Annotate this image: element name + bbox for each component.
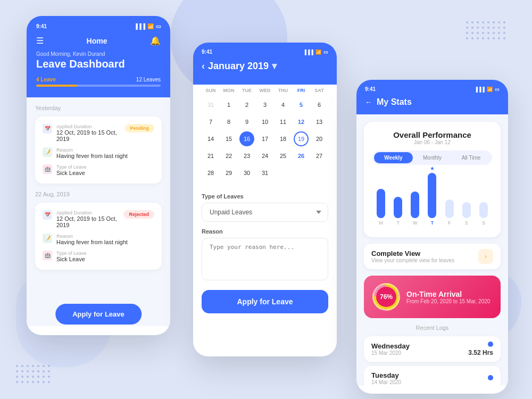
cal-cell-26[interactable]: 26 bbox=[294, 148, 309, 163]
day-header-mon: MON bbox=[220, 85, 238, 96]
cal-cell-7[interactable]: 7 bbox=[203, 114, 218, 129]
calendar-day-headers: SUN MON TUE WED THU FRI SAT bbox=[197, 85, 332, 96]
notification-icon[interactable]: 🔔 bbox=[150, 36, 161, 46]
day-header-wed: WED bbox=[256, 85, 274, 96]
phone1-greeting: Good Morning, Kevin Durand bbox=[36, 51, 161, 57]
phone1-leave-bar: 4 Leave 12 Leaves bbox=[36, 77, 161, 82]
phone3-nav: ← My Stats bbox=[365, 97, 500, 107]
cal-cell-1[interactable]: 1 bbox=[221, 97, 236, 112]
phone1-status-bar: 9:41 ▐▐▐ 📶 ▭ bbox=[36, 23, 161, 29]
cal-cell-empty3 bbox=[312, 165, 327, 180]
cal-cell-empty2 bbox=[294, 165, 309, 180]
cal-cell-empty1 bbox=[276, 165, 290, 180]
phone1-leave-dashboard: 9:41 ▐▐▐ 📶 ▭ ☰ Home 🔔 Good Morning, Kevi… bbox=[27, 16, 170, 335]
arrival-subtitle: From Feb 20, 2020 to 15 Mar, 2020 bbox=[406, 298, 490, 304]
apply-leave-button-1[interactable]: Apply for Leave bbox=[55, 304, 142, 325]
performance-chart: M T W T bbox=[372, 172, 492, 226]
cal-cell-25[interactable]: 25 bbox=[276, 148, 290, 163]
wifi-icon: 📶 bbox=[147, 23, 154, 29]
cal-week-4: 21 22 23 24 25 26 27 bbox=[197, 147, 332, 164]
cal-cell-12[interactable]: 12 bbox=[294, 114, 309, 129]
leave-progress-fill bbox=[36, 85, 77, 87]
month-dropdown-icon[interactable]: ▾ bbox=[272, 60, 277, 72]
cal-week-1: 31 1 2 3 4 5 6 bbox=[197, 96, 332, 113]
cal-cell-30[interactable]: 30 bbox=[239, 165, 254, 180]
cal-cell-16-today[interactable]: 16 bbox=[239, 131, 254, 146]
reason-value-2: Having fever from last night bbox=[56, 239, 128, 245]
menu-icon[interactable]: ☰ bbox=[36, 36, 44, 46]
cal-cell-13[interactable]: 13 bbox=[312, 114, 327, 129]
cal-cell-10[interactable]: 10 bbox=[257, 114, 272, 129]
log-date-2: 14 Mar 2020 bbox=[371, 379, 401, 385]
cal-cell-9[interactable]: 9 bbox=[239, 114, 254, 129]
cal-cell-20[interactable]: 20 bbox=[312, 131, 327, 146]
phone1-title: Leave Dashboard bbox=[36, 58, 161, 70]
p2-battery-icon: ▭ bbox=[323, 49, 328, 55]
cal-cell-17[interactable]: 17 bbox=[257, 131, 272, 146]
p3-signal-icon: ▐▐▐ bbox=[475, 87, 485, 92]
cal-cell-29[interactable]: 29 bbox=[221, 165, 236, 180]
duration-label-2: Applied Duration bbox=[56, 210, 123, 215]
cal-cell-18[interactable]: 18 bbox=[276, 131, 290, 146]
cal-cell-21[interactable]: 21 bbox=[203, 148, 218, 163]
cal-cell-31b[interactable]: 31 bbox=[257, 165, 272, 180]
cal-cell-19-highlighted[interactable]: 19 bbox=[294, 131, 309, 146]
p2-status-time: 9:41 bbox=[202, 49, 212, 55]
tab-monthly[interactable]: Monthly bbox=[413, 152, 452, 163]
day-header-thu: THU bbox=[274, 85, 292, 96]
cal-week-5: 28 29 30 31 bbox=[197, 164, 332, 181]
reason-label-1: Reason bbox=[56, 147, 128, 153]
tab-alltime[interactable]: All Time bbox=[452, 152, 491, 163]
arrival-card: 76% On-Time Arrival From Feb 20, 2020 to… bbox=[364, 276, 501, 318]
cal-cell-3[interactable]: 3 bbox=[257, 97, 272, 112]
complete-view-row[interactable]: Complete View View your complete view fo… bbox=[364, 244, 501, 269]
bar-S2: S bbox=[479, 202, 488, 226]
log-day-1: Wednesday bbox=[371, 342, 410, 350]
cal-cell-5[interactable]: 5 bbox=[294, 97, 309, 112]
phone2-calendar: 9:41 ▐▐▐ 📶 ▭ ‹ January 2019 ▾ SUN MON TU… bbox=[193, 43, 337, 356]
cal-cell-14[interactable]: 14 bbox=[203, 131, 218, 146]
reason-value-1: Having fever from last night bbox=[56, 153, 128, 159]
cal-cell-22[interactable]: 22 bbox=[221, 148, 236, 163]
log-row-wednesday: Wednesday 15 Mar 2020 3.52 Hrs bbox=[364, 336, 501, 362]
log-left: Wednesday 15 Mar 2020 bbox=[371, 342, 410, 356]
leave-card-1-reason-row: 📝 Reason Having fever from last night bbox=[43, 147, 154, 159]
apply-leave-button-2[interactable]: Apply for Leave bbox=[202, 290, 328, 313]
back-arrow-icon[interactable]: ← bbox=[365, 98, 372, 106]
arrival-title: On-Time Arrival bbox=[406, 290, 490, 298]
duration-value-1: 12 Oct, 2019 to 15 Oct, 2019 bbox=[56, 129, 125, 142]
cal-cell-4[interactable]: 4 bbox=[276, 97, 290, 112]
bar-T2: T bbox=[428, 173, 436, 226]
cal-cell-24[interactable]: 24 bbox=[257, 148, 272, 163]
cal-cell-23[interactable]: 23 bbox=[239, 148, 254, 163]
bar-W-fill bbox=[411, 192, 419, 218]
cal-cell-11[interactable]: 11 bbox=[276, 114, 290, 129]
cal-cell-8[interactable]: 8 bbox=[221, 114, 236, 129]
cal-cell-27[interactable]: 27 bbox=[312, 148, 327, 163]
leave-type-select[interactable]: Unpaid Leaves bbox=[202, 203, 328, 222]
type-value-1: Sick Leave bbox=[56, 170, 87, 176]
cal-cell-28[interactable]: 28 bbox=[203, 165, 218, 180]
status-time: 9:41 bbox=[36, 23, 47, 29]
arrival-text: On-Time Arrival From Feb 20, 2020 to 15 … bbox=[406, 290, 490, 304]
p2-wifi-icon: 📶 bbox=[315, 49, 321, 55]
log-row-tuesday: Tuesday 14 Mar 2020 bbox=[364, 366, 501, 386]
prev-month-button[interactable]: ‹ bbox=[202, 61, 205, 72]
tab-weekly[interactable]: Weekly bbox=[374, 152, 413, 163]
leave-card-2-type-row: 🏥 Type of Leave Sick Leave bbox=[43, 251, 154, 262]
p3-battery-icon: ▭ bbox=[495, 87, 500, 92]
page-title-my-stats: My Stats bbox=[377, 97, 412, 107]
status-badge-rejected: Rejected bbox=[123, 210, 154, 219]
phone2-form: Type of Leaves Unpaid Leaves Reason Appl… bbox=[193, 186, 337, 321]
cal-cell-15[interactable]: 15 bbox=[221, 131, 236, 146]
type-icon-2: 🏥 bbox=[43, 251, 52, 260]
cal-cell-6[interactable]: 6 bbox=[312, 97, 327, 112]
section1-label: Yesterday bbox=[35, 105, 162, 111]
cal-cell-2[interactable]: 2 bbox=[239, 97, 254, 112]
bar-S1-fill bbox=[462, 202, 471, 218]
reason-textarea[interactable] bbox=[202, 238, 328, 280]
cal-cell-31[interactable]: 31 bbox=[203, 97, 218, 112]
log-left-2: Tuesday 14 Mar 2020 bbox=[371, 371, 401, 385]
complete-view-arrow-icon[interactable]: › bbox=[478, 249, 493, 264]
phone1-body: Yesterday 📅 Applied Duration 12 Oct, 201… bbox=[27, 97, 170, 326]
